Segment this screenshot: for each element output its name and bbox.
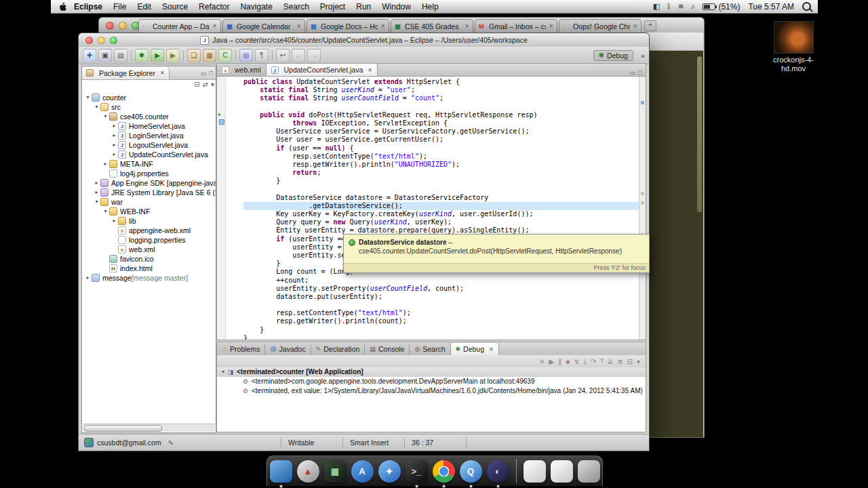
chrome-tab-google-calendar[interactable]: ▦Google Calendar✕ — [222, 19, 305, 33]
editor-tab-web-xml[interactable]: xweb.xml — [217, 64, 267, 76]
code-line[interactable] — [243, 301, 639, 309]
video-thumbnail[interactable] — [774, 21, 814, 54]
tab-debug[interactable]: ✱Debug✕ — [451, 343, 499, 355]
tree-item-war[interactable]: ▾war — [82, 197, 216, 207]
menu-window[interactable]: Window — [382, 2, 411, 12]
chrome-scrollbar[interactable] — [697, 56, 702, 212]
debug-tree-row[interactable]: ⚙<terminated>com.google.appengine.tools.… — [217, 377, 646, 386]
code-line[interactable]: ++count; — [243, 277, 639, 285]
code-line[interactable]: resp.getWriter().println("UNAUTHORIZED")… — [243, 161, 639, 169]
tree-expander-icon[interactable]: ▸ — [111, 150, 118, 159]
chrome-icon[interactable] — [433, 460, 455, 483]
tree-item-log4j-properties[interactable]: log4j.properties — [82, 169, 216, 178]
disconnect-icon[interactable]: ↯ — [574, 358, 579, 365]
tree-item-loginservlet-java[interactable]: ▸JLoginServlet.java — [82, 131, 216, 140]
step-over-icon[interactable]: ↷ — [591, 358, 596, 365]
minimized-window-2-icon[interactable] — [551, 460, 573, 483]
tree-item-index-html[interactable]: Hindex.html — [82, 264, 216, 273]
toolbar-run-button[interactable]: ▶ — [151, 49, 164, 62]
tree-expander-icon[interactable]: ▸ — [84, 273, 92, 283]
toolbar-new-class-button[interactable]: C — [218, 49, 232, 62]
view-close-icon[interactable]: ✕ — [160, 70, 165, 76]
code-line[interactable]: DatastoreService datastore = DatastoreSe… — [243, 194, 639, 202]
safari-icon[interactable]: ✦ — [378, 460, 401, 483]
toolbar-new-button[interactable]: ✚ — [83, 49, 96, 62]
terminate-icon[interactable]: ■ — [566, 358, 570, 365]
use-step-filters-icon[interactable]: ≣ — [617, 358, 623, 365]
tab-close-icon[interactable]: ✕ — [380, 23, 385, 29]
account-email[interactable]: csusbdt@gmail.com — [97, 439, 161, 447]
editor-body[interactable]: ▸ public class UpdateCountServlet extend… — [216, 76, 646, 340]
suspend-icon[interactable]: ∥ — [558, 358, 561, 365]
code-line[interactable]: static final String userKind = "user"; — [243, 86, 639, 94]
step-return-icon[interactable]: ⤒ — [600, 357, 603, 365]
apple-menu-icon[interactable] — [59, 2, 67, 12]
package-explorer-tab[interactable]: Package Explorer ✕ — [82, 67, 170, 79]
toolbar-last-edit-button[interactable]: ↩ — [276, 49, 290, 62]
tree-expander-icon[interactable]: ▾ — [84, 93, 92, 102]
tree-expander-icon[interactable]: ▾ — [102, 112, 109, 121]
debug-tree-row[interactable]: ⚙<terminated, exit value: 1>/System/Libr… — [217, 386, 646, 396]
toolbar-debug-button[interactable]: ✱ — [135, 49, 149, 62]
menu-clock[interactable]: Tue 5:57 AM — [748, 2, 794, 12]
tree-expander-icon[interactable]: ▾ — [220, 367, 226, 377]
menu-refactor[interactable]: Refactor — [199, 2, 229, 12]
code-line[interactable]: } — [243, 334, 639, 340]
menu-search[interactable]: Search — [283, 2, 309, 12]
code-line[interactable]: .getDatastoreService(); — [243, 202, 639, 210]
tree-item-web-inf[interactable]: ▾WEB-INF — [82, 207, 216, 216]
toolbar-forward-button[interactable]: → — [307, 49, 321, 62]
tab-problems[interactable]: ⚠Problems — [217, 343, 265, 355]
tree-item-logging-properties[interactable]: logging.properties — [82, 235, 216, 245]
tree-expander-icon[interactable]: ▸ — [93, 178, 100, 188]
tab-close-icon[interactable]: ✕ — [549, 23, 553, 29]
minimize-window-button[interactable] — [98, 37, 105, 44]
tab-close-icon[interactable]: ✕ — [368, 67, 372, 73]
quicktime-icon[interactable]: Q — [460, 460, 482, 483]
dashboard-icon[interactable]: ▦ — [324, 460, 347, 483]
scrollbar-thumb[interactable] — [84, 425, 162, 432]
tab-close-icon[interactable]: ✕ — [212, 23, 217, 29]
code-line[interactable]: if (user == null) { — [243, 144, 639, 152]
pencil-icon[interactable]: ✎ — [168, 439, 174, 447]
code-line[interactable]: UserService userService = UserServiceFac… — [243, 127, 639, 136]
close-window-button[interactable] — [106, 22, 114, 30]
view-menu-icon[interactable]: ▾ — [637, 358, 640, 365]
wifi-icon[interactable]: ≋ — [678, 2, 684, 11]
collapse-all-icon[interactable]: ⊟ — [194, 81, 199, 88]
remove-all-icon[interactable]: ✕ — [539, 358, 545, 365]
drop-to-frame-icon[interactable]: ⇊ — [608, 358, 613, 365]
tab-close-icon[interactable]: ✕ — [489, 346, 494, 352]
code-line[interactable]: User user = userService.getCurrentUser()… — [243, 136, 639, 144]
tree-item-updatecountservlet-java[interactable]: ▸JUpdateCountServlet.java — [82, 150, 216, 159]
menu-edit[interactable]: Edit — [137, 2, 151, 12]
step-into-icon[interactable]: ⤓ — [584, 357, 587, 365]
tree-expander-icon[interactable]: ▸ — [111, 140, 118, 150]
app-store-icon[interactable]: A — [351, 460, 374, 483]
code-line[interactable] — [243, 185, 639, 193]
code-line[interactable]: resp.setContentType("text/html"); — [243, 152, 639, 161]
tab-declaration[interactable]: ✎Declaration — [311, 343, 366, 355]
tab-close-icon[interactable]: ✕ — [465, 23, 469, 29]
code-line[interactable]: public void doPost(HttpServletRequest re… — [243, 111, 639, 119]
tree-expander-icon[interactable]: ▸ — [111, 121, 118, 131]
minimize-view-icon[interactable]: ▭ — [201, 70, 207, 77]
toolbar-back-button[interactable]: ← — [292, 49, 305, 62]
explorer-hscrollbar[interactable] — [83, 424, 215, 432]
bluetooth-icon[interactable]: ᛒ — [667, 2, 671, 11]
menu-project[interactable]: Project — [320, 2, 345, 12]
toolbar-overflow-chevron[interactable]: » — [641, 52, 645, 60]
tree-item-lib[interactable]: ▸lib — [82, 216, 216, 226]
finder-icon[interactable] — [270, 460, 292, 483]
close-window-button[interactable] — [85, 37, 93, 44]
code-line[interactable]: Query query = new Query(userKind, userKe… — [243, 218, 639, 226]
display-icon[interactable]: ◧ — [653, 2, 660, 11]
toolbar-search-button[interactable]: ◎ — [239, 49, 253, 62]
tab-close-icon[interactable]: ✕ — [633, 23, 637, 29]
chrome-tab-counter-app-david[interactable]: ▫Counter App – David✕ — [138, 19, 221, 33]
tree-item-counter[interactable]: ▾counter — [82, 93, 216, 102]
editor-overview-ruler[interactable] — [639, 77, 646, 340]
tree-item-favicon-ico[interactable]: favicon.ico — [82, 254, 216, 264]
tree-item-logoutservlet-java[interactable]: ▸JLogoutServlet.java — [82, 140, 216, 150]
toolbar-new-package-button[interactable]: ▦ — [203, 49, 216, 62]
